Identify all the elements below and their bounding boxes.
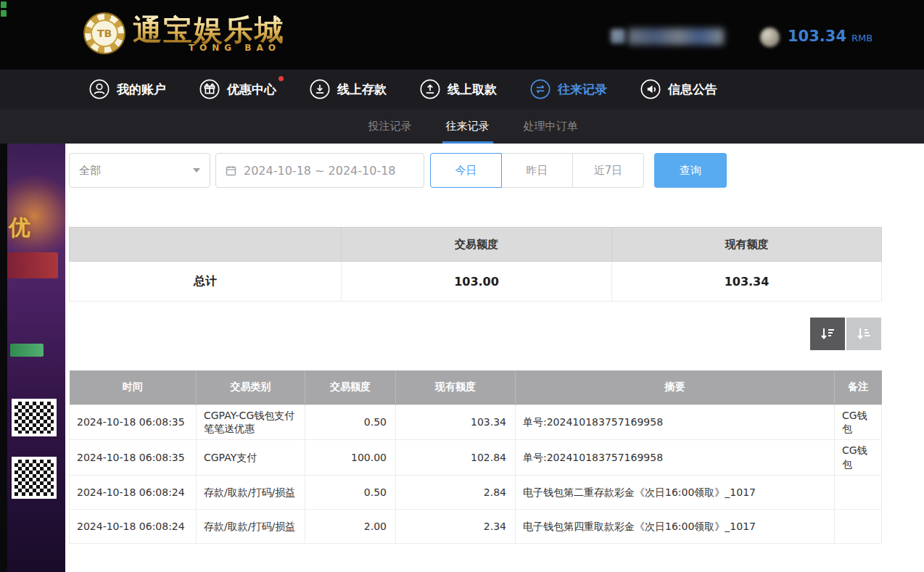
header-balance: 现有额度 — [396, 370, 516, 405]
poker-chip-icon: TB — [83, 12, 125, 54]
table-row: 2024-10-18 06:08:24 存款/取款/打码/损益 0.50 2.8… — [70, 476, 882, 510]
nav-item-announcements[interactable]: 信息公告 — [640, 78, 717, 100]
cell-balance: 2.34 — [396, 510, 516, 544]
tab-transaction-records[interactable]: 往来记录 — [446, 109, 490, 144]
cell-remark — [835, 510, 882, 544]
art-green-banner — [10, 344, 44, 357]
notification-dot — [279, 76, 284, 81]
nav-item-my-account[interactable]: 我的账户 — [88, 78, 166, 100]
gift-icon — [199, 78, 220, 100]
site-title: 通宝娱乐城 — [133, 14, 285, 45]
cell-amount: 2.00 — [305, 510, 396, 544]
table-row: 2024-10-18 06:08:24 存款/取款/打码/损益 2.00 2.3… — [70, 510, 882, 544]
header-remark: 备注 — [835, 370, 882, 405]
cell-time: 2024-10-18 06:08:24 — [70, 510, 197, 544]
cell-remark — [835, 476, 882, 510]
cell-remark: CG钱包 — [835, 440, 882, 476]
table-row: 2024-10-18 06:08:35 CGPAY支付 100.00 102.8… — [70, 440, 882, 476]
today-button[interactable]: 今日 — [430, 153, 502, 188]
sort-desc-icon — [819, 326, 836, 343]
cell-balance: 103.34 — [396, 405, 516, 440]
page: 优 TB 通宝娱乐城 TONG BAO 103.34 RMB — [0, 0, 924, 572]
cell-time: 2024-10-18 06:08:35 — [70, 440, 197, 476]
summary-header-empty — [70, 228, 342, 262]
records-header-row: 时间 交易类别 交易额度 现有额度 摘要 备注 — [70, 370, 882, 405]
date-range-input[interactable]: 2024-10-18 ~ 2024-10-18 — [215, 153, 424, 188]
cell-type: CGPAY-CG钱包支付笔笔送优惠 — [197, 405, 305, 440]
total-amount: 103.00 — [342, 262, 612, 302]
qr-code-image — [12, 399, 57, 436]
records-body: 2024-10-18 06:08:35 CGPAY-CG钱包支付笔笔送优惠 0.… — [70, 405, 882, 544]
cell-type: 存款/取款/打码/损益 — [197, 510, 305, 544]
user-avatar-blurred[interactable] — [611, 29, 625, 43]
header-time: 时间 — [70, 370, 197, 405]
cell-amount: 0.50 — [305, 476, 396, 510]
art-red-banner — [7, 252, 58, 278]
site-subtitle: TONG BAO — [133, 43, 285, 53]
nav-item-promotions[interactable]: 优惠中心 — [199, 78, 276, 100]
username-blurred[interactable] — [628, 28, 724, 45]
coin-icon — [760, 28, 780, 47]
tab-processing-orders[interactable]: 处理中订单 — [524, 109, 578, 144]
total-label: 总计 — [70, 262, 342, 302]
cell-type: 存款/取款/打码/损益 — [197, 476, 305, 510]
cell-type: CGPAY支付 — [197, 440, 305, 476]
tab-betting-records[interactable]: 投注记录 — [368, 109, 412, 144]
background-art-strip: 优 — [0, 144, 65, 572]
announcement-icon — [640, 78, 661, 100]
cell-time: 2024-10-18 06:08:35 — [70, 405, 197, 440]
header: TB 通宝娱乐城 TONG BAO 103.34 RMB — [0, 0, 924, 70]
background-art: 优 — [7, 144, 65, 572]
balance-currency: RMB — [851, 33, 873, 43]
quick-date-group: 今日 昨日 近7日 — [430, 153, 644, 188]
summary-header-balance: 现有额度 — [612, 228, 882, 262]
total-balance: 103.34 — [612, 262, 882, 302]
calendar-icon — [225, 165, 237, 177]
cell-time: 2024-10-18 06:08:24 — [70, 476, 197, 510]
nav-item-online-withdrawal[interactable]: 线上取款 — [419, 78, 497, 100]
sort-controls — [69, 318, 881, 350]
header-type: 交易类别 — [197, 370, 305, 405]
cell-amount: 0.50 — [305, 405, 396, 440]
sub-nav: 投注记录 往来记录 处理中订单 — [0, 109, 924, 144]
qr-code-image — [12, 457, 57, 499]
records-icon — [529, 78, 551, 100]
header-amount: 交易额度 — [305, 370, 396, 405]
summary-table: 交易额度 现有额度 总计 103.00 103.34 — [69, 227, 882, 302]
nav-item-online-deposit[interactable]: 线上存款 — [309, 78, 387, 100]
sort-asc-icon — [855, 326, 873, 343]
edge-text-fragment — [1, 1, 7, 20]
cell-remark: CG钱包 — [835, 405, 882, 440]
header-summary: 摘要 — [516, 370, 835, 405]
query-button[interactable]: 查询 — [654, 153, 727, 188]
chevron-down-icon — [193, 168, 200, 173]
type-dropdown[interactable]: 全部 — [69, 153, 210, 188]
content-area: 全部 2024-10-18 ~ 2024-10-18 今日 昨日 近7日 查询 — [65, 144, 924, 572]
summary-header-row: 交易额度 现有额度 — [70, 228, 882, 262]
cell-amount: 100.00 — [305, 440, 396, 476]
cell-balance: 2.84 — [396, 476, 516, 510]
main-nav: 我的账户 优惠中心 线上存款 线上取款 往来记录 — [0, 70, 924, 109]
sort-ascending-button[interactable] — [846, 318, 881, 350]
site-logo[interactable]: TB 通宝娱乐城 TONG BAO — [83, 12, 285, 54]
art-char-fragment: 优 — [9, 213, 30, 243]
withdraw-icon — [419, 78, 441, 100]
summary-header-amount: 交易额度 — [342, 228, 612, 262]
user-icon — [88, 78, 110, 100]
cell-summary: 电子钱包第二重存款彩金《次日16:00领取》_1017 — [516, 476, 835, 510]
balance-display: 103.34 RMB — [788, 28, 873, 45]
cell-summary: 电子钱包第四重取款彩金《次日16:00领取》_1017 — [516, 510, 835, 544]
nav-item-transaction-records[interactable]: 往来记录 — [529, 78, 607, 100]
cell-summary: 单号:202410183757169958 — [516, 440, 835, 476]
cell-summary: 单号:202410183757169958 — [516, 405, 835, 440]
filter-bar: 全部 2024-10-18 ~ 2024-10-18 今日 昨日 近7日 查询 — [69, 153, 881, 188]
last7days-button[interactable]: 近7日 — [572, 153, 644, 188]
sort-descending-button[interactable] — [810, 318, 845, 350]
yesterday-button[interactable]: 昨日 — [501, 153, 573, 188]
table-row: 2024-10-18 06:08:35 CGPAY-CG钱包支付笔笔送优惠 0.… — [70, 405, 882, 440]
deposit-icon — [309, 78, 331, 100]
balance-amount: 103.34 — [788, 28, 846, 45]
cell-balance: 102.84 — [396, 440, 516, 476]
records-table: 时间 交易类别 交易额度 现有额度 摘要 备注 2024-10-18 06:08… — [69, 370, 882, 544]
summary-total-row: 总计 103.00 103.34 — [70, 262, 882, 302]
